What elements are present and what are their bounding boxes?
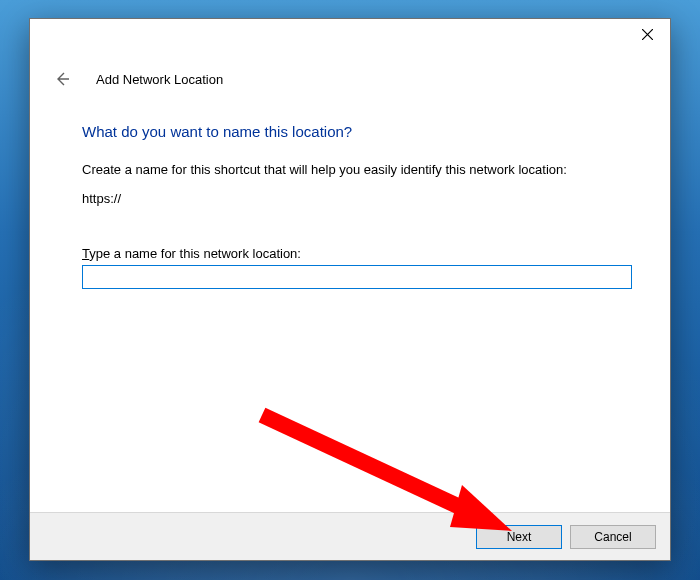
titlebar (30, 19, 670, 51)
close-icon (642, 29, 653, 40)
input-label: Type a name for this network location: (82, 246, 628, 261)
url-text: https:// (82, 191, 628, 206)
close-button[interactable] (625, 19, 670, 49)
cancel-button[interactable]: Cancel (570, 525, 656, 549)
page-heading: What do you want to name this location? (82, 123, 628, 140)
back-button[interactable] (52, 69, 72, 89)
description-text: Create a name for this shortcut that wil… (82, 162, 628, 177)
back-arrow-icon (54, 71, 70, 87)
content-area: What do you want to name this location? … (30, 89, 670, 289)
wizard-window: Add Network Location What do you want to… (29, 18, 671, 561)
button-bar: Next Cancel (30, 512, 670, 560)
header-row: Add Network Location (30, 51, 670, 89)
location-name-input[interactable] (82, 265, 632, 289)
input-label-rest: ype a name for this network location: (89, 246, 301, 261)
next-button[interactable]: Next (476, 525, 562, 549)
wizard-title: Add Network Location (96, 72, 223, 87)
